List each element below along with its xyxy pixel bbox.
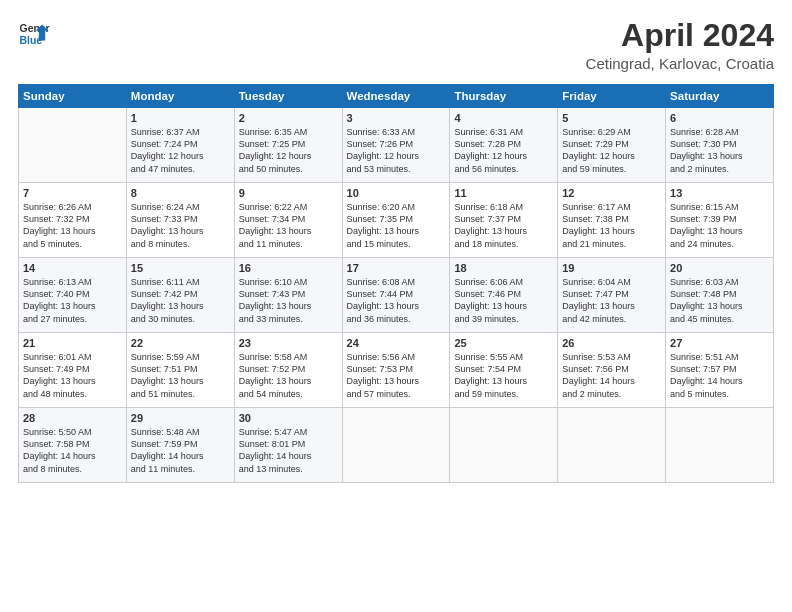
cell-info: Sunrise: 6:26 AM Sunset: 7:32 PM Dayligh…: [23, 201, 122, 250]
cal-cell: [558, 408, 666, 483]
cell-info: Sunrise: 6:15 AM Sunset: 7:39 PM Dayligh…: [670, 201, 769, 250]
cell-info: Sunrise: 6:24 AM Sunset: 7:33 PM Dayligh…: [131, 201, 230, 250]
header: General Blue April 2024 Cetingrad, Karlo…: [18, 18, 774, 72]
col-header-sunday: Sunday: [19, 85, 127, 108]
day-number: 16: [239, 262, 338, 274]
cal-cell: 21Sunrise: 6:01 AM Sunset: 7:49 PM Dayli…: [19, 333, 127, 408]
logo-icon: General Blue: [18, 18, 50, 50]
cal-cell: [342, 408, 450, 483]
cell-info: Sunrise: 6:10 AM Sunset: 7:43 PM Dayligh…: [239, 276, 338, 325]
week-row-2: 7Sunrise: 6:26 AM Sunset: 7:32 PM Daylig…: [19, 183, 774, 258]
day-number: 27: [670, 337, 769, 349]
header-row: SundayMondayTuesdayWednesdayThursdayFrid…: [19, 85, 774, 108]
day-number: 13: [670, 187, 769, 199]
day-number: 21: [23, 337, 122, 349]
day-number: 23: [239, 337, 338, 349]
cal-cell: 27Sunrise: 5:51 AM Sunset: 7:57 PM Dayli…: [666, 333, 774, 408]
cell-info: Sunrise: 6:13 AM Sunset: 7:40 PM Dayligh…: [23, 276, 122, 325]
cal-cell: 23Sunrise: 5:58 AM Sunset: 7:52 PM Dayli…: [234, 333, 342, 408]
cal-cell: 16Sunrise: 6:10 AM Sunset: 7:43 PM Dayli…: [234, 258, 342, 333]
week-row-3: 14Sunrise: 6:13 AM Sunset: 7:40 PM Dayli…: [19, 258, 774, 333]
day-number: 2: [239, 112, 338, 124]
cell-info: Sunrise: 6:08 AM Sunset: 7:44 PM Dayligh…: [347, 276, 446, 325]
cell-info: Sunrise: 6:35 AM Sunset: 7:25 PM Dayligh…: [239, 126, 338, 175]
col-header-tuesday: Tuesday: [234, 85, 342, 108]
cell-info: Sunrise: 6:01 AM Sunset: 7:49 PM Dayligh…: [23, 351, 122, 400]
day-number: 15: [131, 262, 230, 274]
day-number: 11: [454, 187, 553, 199]
col-header-friday: Friday: [558, 85, 666, 108]
cal-cell: [666, 408, 774, 483]
day-number: 29: [131, 412, 230, 424]
day-number: 30: [239, 412, 338, 424]
cell-info: Sunrise: 5:56 AM Sunset: 7:53 PM Dayligh…: [347, 351, 446, 400]
cell-info: Sunrise: 6:22 AM Sunset: 7:34 PM Dayligh…: [239, 201, 338, 250]
day-number: 22: [131, 337, 230, 349]
cal-cell: 29Sunrise: 5:48 AM Sunset: 7:59 PM Dayli…: [126, 408, 234, 483]
day-number: 8: [131, 187, 230, 199]
cell-info: Sunrise: 6:31 AM Sunset: 7:28 PM Dayligh…: [454, 126, 553, 175]
cal-cell: 26Sunrise: 5:53 AM Sunset: 7:56 PM Dayli…: [558, 333, 666, 408]
cal-cell: 10Sunrise: 6:20 AM Sunset: 7:35 PM Dayli…: [342, 183, 450, 258]
cell-info: Sunrise: 6:04 AM Sunset: 7:47 PM Dayligh…: [562, 276, 661, 325]
day-number: 10: [347, 187, 446, 199]
cal-cell: 24Sunrise: 5:56 AM Sunset: 7:53 PM Dayli…: [342, 333, 450, 408]
cell-info: Sunrise: 5:55 AM Sunset: 7:54 PM Dayligh…: [454, 351, 553, 400]
calendar-table: SundayMondayTuesdayWednesdayThursdayFrid…: [18, 84, 774, 483]
cell-info: Sunrise: 6:11 AM Sunset: 7:42 PM Dayligh…: [131, 276, 230, 325]
cal-cell: 8Sunrise: 6:24 AM Sunset: 7:33 PM Daylig…: [126, 183, 234, 258]
title-block: April 2024 Cetingrad, Karlovac, Croatia: [586, 18, 774, 72]
cal-cell: 1Sunrise: 6:37 AM Sunset: 7:24 PM Daylig…: [126, 108, 234, 183]
day-number: 18: [454, 262, 553, 274]
cell-info: Sunrise: 5:50 AM Sunset: 7:58 PM Dayligh…: [23, 426, 122, 475]
day-number: 14: [23, 262, 122, 274]
cell-info: Sunrise: 6:18 AM Sunset: 7:37 PM Dayligh…: [454, 201, 553, 250]
cal-cell: 2Sunrise: 6:35 AM Sunset: 7:25 PM Daylig…: [234, 108, 342, 183]
day-number: 6: [670, 112, 769, 124]
day-number: 24: [347, 337, 446, 349]
day-number: 26: [562, 337, 661, 349]
cal-cell: 15Sunrise: 6:11 AM Sunset: 7:42 PM Dayli…: [126, 258, 234, 333]
cell-info: Sunrise: 6:17 AM Sunset: 7:38 PM Dayligh…: [562, 201, 661, 250]
cal-cell: 30Sunrise: 5:47 AM Sunset: 8:01 PM Dayli…: [234, 408, 342, 483]
cal-cell: 9Sunrise: 6:22 AM Sunset: 7:34 PM Daylig…: [234, 183, 342, 258]
day-number: 5: [562, 112, 661, 124]
cal-cell: 5Sunrise: 6:29 AM Sunset: 7:29 PM Daylig…: [558, 108, 666, 183]
week-row-4: 21Sunrise: 6:01 AM Sunset: 7:49 PM Dayli…: [19, 333, 774, 408]
cal-cell: 18Sunrise: 6:06 AM Sunset: 7:46 PM Dayli…: [450, 258, 558, 333]
cal-cell: 25Sunrise: 5:55 AM Sunset: 7:54 PM Dayli…: [450, 333, 558, 408]
cell-info: Sunrise: 5:59 AM Sunset: 7:51 PM Dayligh…: [131, 351, 230, 400]
day-number: 9: [239, 187, 338, 199]
cal-cell: 12Sunrise: 6:17 AM Sunset: 7:38 PM Dayli…: [558, 183, 666, 258]
col-header-saturday: Saturday: [666, 85, 774, 108]
calendar-subtitle: Cetingrad, Karlovac, Croatia: [586, 55, 774, 72]
cell-info: Sunrise: 6:06 AM Sunset: 7:46 PM Dayligh…: [454, 276, 553, 325]
cell-info: Sunrise: 5:51 AM Sunset: 7:57 PM Dayligh…: [670, 351, 769, 400]
cal-cell: 11Sunrise: 6:18 AM Sunset: 7:37 PM Dayli…: [450, 183, 558, 258]
logo: General Blue: [18, 18, 50, 50]
cell-info: Sunrise: 6:28 AM Sunset: 7:30 PM Dayligh…: [670, 126, 769, 175]
cal-cell: 14Sunrise: 6:13 AM Sunset: 7:40 PM Dayli…: [19, 258, 127, 333]
day-number: 20: [670, 262, 769, 274]
cal-cell: 6Sunrise: 6:28 AM Sunset: 7:30 PM Daylig…: [666, 108, 774, 183]
cal-cell: [19, 108, 127, 183]
col-header-thursday: Thursday: [450, 85, 558, 108]
cal-cell: 28Sunrise: 5:50 AM Sunset: 7:58 PM Dayli…: [19, 408, 127, 483]
week-row-1: 1Sunrise: 6:37 AM Sunset: 7:24 PM Daylig…: [19, 108, 774, 183]
day-number: 12: [562, 187, 661, 199]
cal-cell: 7Sunrise: 6:26 AM Sunset: 7:32 PM Daylig…: [19, 183, 127, 258]
week-row-5: 28Sunrise: 5:50 AM Sunset: 7:58 PM Dayli…: [19, 408, 774, 483]
day-number: 19: [562, 262, 661, 274]
cal-cell: 20Sunrise: 6:03 AM Sunset: 7:48 PM Dayli…: [666, 258, 774, 333]
col-header-wednesday: Wednesday: [342, 85, 450, 108]
day-number: 25: [454, 337, 553, 349]
cell-info: Sunrise: 6:20 AM Sunset: 7:35 PM Dayligh…: [347, 201, 446, 250]
cal-cell: 3Sunrise: 6:33 AM Sunset: 7:26 PM Daylig…: [342, 108, 450, 183]
day-number: 3: [347, 112, 446, 124]
day-number: 1: [131, 112, 230, 124]
day-number: 28: [23, 412, 122, 424]
col-header-monday: Monday: [126, 85, 234, 108]
cell-info: Sunrise: 5:47 AM Sunset: 8:01 PM Dayligh…: [239, 426, 338, 475]
cell-info: Sunrise: 6:37 AM Sunset: 7:24 PM Dayligh…: [131, 126, 230, 175]
day-number: 7: [23, 187, 122, 199]
